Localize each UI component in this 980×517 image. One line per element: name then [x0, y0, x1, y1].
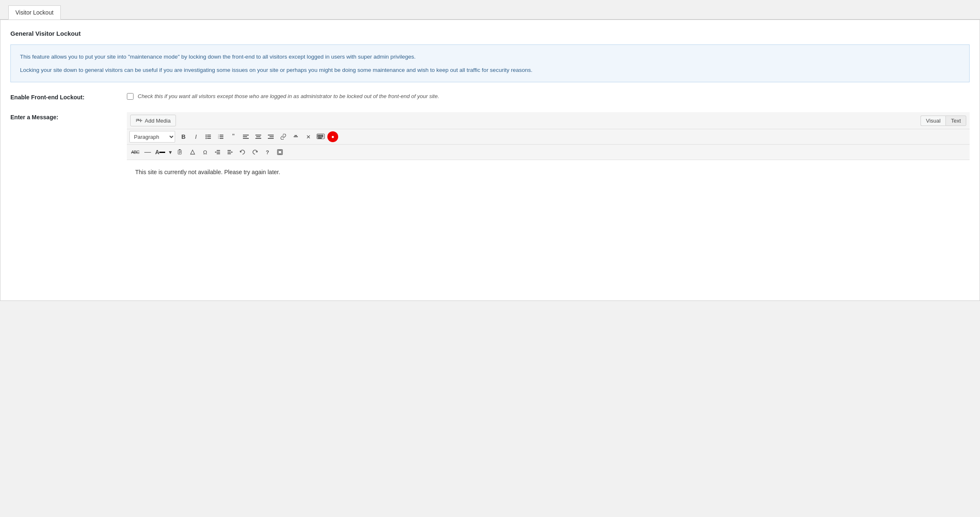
info-box: This feature allows you to put your site… [10, 44, 970, 82]
text-view-button[interactable]: Text [945, 116, 966, 126]
redo-button[interactable] [249, 146, 261, 158]
message-label: Enter a Message: [10, 112, 127, 121]
svg-rect-13 [220, 138, 223, 139]
svg-rect-17 [243, 135, 249, 135]
italic-button[interactable]: I [190, 131, 202, 143]
info-line2: Locking your site down to general visito… [20, 66, 960, 75]
svg-marker-47 [215, 151, 216, 153]
content-area: General Visitor Lockout This feature all… [0, 20, 980, 301]
toolbar-row-1: Paragraph Heading 1 Heading 2 Heading 3 … [127, 129, 970, 145]
svg-rect-4 [139, 120, 142, 121]
horizontal-rule-button[interactable]: — [142, 146, 153, 158]
lockout-label: Enable Front-end Lockout: [10, 92, 127, 101]
blockquote-button[interactable]: " [228, 131, 239, 143]
add-media-button[interactable]: Add Media [130, 115, 176, 126]
view-switcher: Visual Text [921, 116, 966, 126]
lockout-checkbox[interactable] [127, 93, 134, 100]
svg-point-1 [137, 120, 138, 121]
svg-rect-24 [270, 136, 274, 137]
svg-marker-43 [191, 150, 195, 154]
paragraph-select[interactable]: Paragraph Heading 1 Heading 2 Heading 3 … [129, 131, 175, 143]
visual-view-button[interactable]: Visual [921, 116, 945, 126]
svg-rect-6 [207, 136, 211, 137]
svg-marker-51 [231, 151, 233, 153]
bold-button[interactable]: B [178, 131, 189, 143]
indent-button[interactable] [224, 146, 236, 158]
align-right-button[interactable] [265, 131, 277, 143]
svg-rect-23 [268, 135, 274, 135]
text-color-label: A [155, 149, 159, 155]
outdent-button[interactable] [212, 146, 223, 158]
svg-rect-7 [207, 138, 211, 139]
text-color-dropdown-button[interactable]: ▾ [167, 146, 173, 158]
color-underline [159, 152, 165, 153]
info-line1: This feature allows you to put your site… [20, 52, 960, 62]
svg-rect-25 [268, 138, 274, 139]
editor-top-bar: Add Media Visual Text [127, 112, 970, 129]
record-button[interactable]: ● [327, 131, 338, 142]
svg-rect-37 [318, 138, 322, 139]
align-left-button[interactable] [240, 131, 252, 143]
svg-rect-53 [278, 150, 282, 154]
strikethrough-button[interactable]: ABC [129, 146, 141, 158]
lockout-row: Enable Front-end Lockout: Check this if … [10, 92, 970, 101]
keyboard-shortcuts-button[interactable] [315, 131, 327, 143]
svg-rect-48 [228, 150, 231, 151]
svg-point-10 [205, 138, 207, 139]
svg-rect-39 [179, 149, 181, 150]
svg-rect-29 [318, 135, 319, 136]
ordered-list-button[interactable]: 123 [215, 131, 227, 143]
link-button[interactable] [277, 131, 289, 143]
svg-point-8 [205, 135, 207, 136]
text-color-button[interactable]: A [154, 146, 166, 158]
unordered-list-button[interactable] [203, 131, 214, 143]
message-row: Enter a Message: [10, 112, 970, 276]
paste-text-button[interactable] [174, 146, 186, 158]
svg-rect-21 [256, 136, 260, 137]
svg-rect-5 [207, 135, 211, 135]
svg-rect-44 [217, 150, 220, 151]
svg-rect-12 [220, 136, 223, 137]
svg-rect-34 [319, 136, 320, 137]
more-options-button[interactable] [290, 131, 302, 143]
tab-visitor-lockout[interactable]: Visitor Lockout [8, 5, 61, 20]
message-field: Add Media Visual Text Paragraph Heading … [127, 112, 970, 276]
svg-rect-49 [228, 152, 231, 153]
undo-button[interactable] [237, 146, 248, 158]
svg-rect-33 [318, 136, 319, 137]
toolbar-row-2: ABC — A ▾ Ω [127, 145, 970, 160]
help-button[interactable]: ? [262, 146, 273, 158]
svg-rect-42 [179, 153, 180, 153]
svg-rect-30 [319, 135, 320, 136]
svg-rect-46 [217, 153, 220, 154]
svg-text:3: 3 [218, 137, 219, 139]
svg-rect-11 [220, 135, 223, 135]
clear-paste-button[interactable] [187, 146, 198, 158]
align-center-button[interactable] [252, 131, 264, 143]
svg-rect-35 [321, 136, 322, 137]
editor-body[interactable]: This site is currently not available. Pl… [127, 160, 970, 276]
clear-format-button[interactable]: ✕ [302, 131, 314, 143]
lockout-checkbox-row: Check this if you want all visitors exce… [127, 92, 970, 101]
svg-rect-40 [179, 151, 181, 152]
svg-rect-26 [294, 136, 298, 137]
lockout-checkbox-label: Check this if you want all visitors exce… [138, 92, 439, 101]
add-media-label: Add Media [145, 118, 171, 124]
svg-rect-18 [243, 136, 247, 137]
svg-rect-19 [243, 138, 249, 139]
page-wrapper: Visitor Lockout General Visitor Lockout … [0, 0, 980, 517]
svg-rect-22 [255, 138, 261, 139]
svg-rect-27 [294, 135, 297, 136]
lockout-field: Check this if you want all visitors exce… [127, 92, 970, 101]
svg-rect-31 [321, 135, 322, 136]
fullscreen-button[interactable] [274, 146, 286, 158]
svg-rect-36 [322, 136, 323, 137]
tab-bar: Visitor Lockout [0, 0, 980, 20]
special-char-button[interactable]: Ω [199, 146, 211, 158]
svg-rect-32 [322, 135, 323, 136]
svg-rect-41 [179, 152, 181, 153]
section-title: General Visitor Lockout [10, 30, 970, 37]
svg-rect-50 [228, 153, 231, 154]
svg-rect-20 [255, 135, 261, 135]
editor-content: This site is currently not available. Pl… [135, 169, 280, 175]
